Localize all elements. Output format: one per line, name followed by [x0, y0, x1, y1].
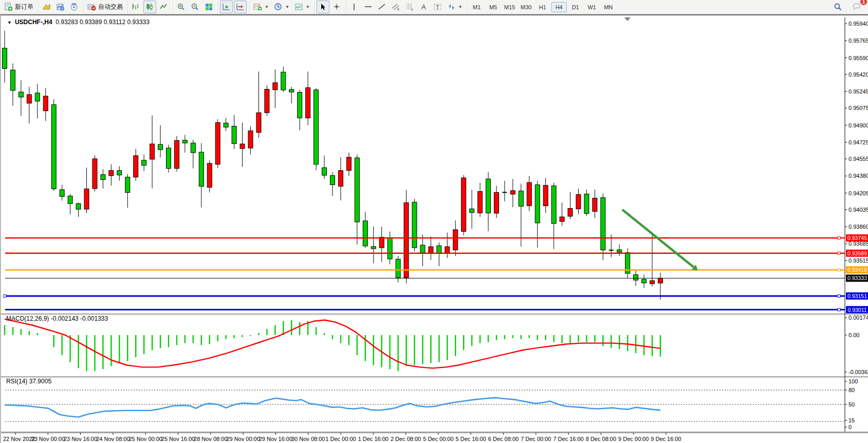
timeframe-button-h1[interactable]: H1: [535, 2, 550, 12]
cursor-button[interactable]: [317, 1, 329, 13]
crosshair-button[interactable]: [330, 1, 343, 13]
hline-anchor[interactable]: [838, 308, 840, 311]
profiles-icon: [42, 3, 51, 11]
candlestick-chart-button[interactable]: [143, 1, 156, 13]
timeframe-button-m5[interactable]: M5: [486, 2, 501, 12]
bear-candle: [330, 176, 335, 185]
hline-anchor[interactable]: [838, 269, 840, 271]
timeframe-button-h4[interactable]: H4: [551, 2, 567, 12]
price-axis[interactable]: 0.959400.957650.955900.954200.952450.950…: [845, 21, 868, 264]
dropdown-caret-icon[interactable]: ▼: [285, 5, 289, 9]
chat-icon: [853, 3, 861, 11]
bull-candle: [568, 208, 572, 216]
time-tick-label: 29 Nov 16:00: [259, 436, 292, 442]
hline-left-anchor[interactable]: [4, 294, 6, 297]
time-tick-label: 29 Nov 00:00: [226, 436, 260, 442]
periods-button[interactable]: ▼: [272, 1, 291, 13]
timeframe-button-d1[interactable]: D1: [568, 2, 583, 12]
text-button[interactable]: A: [417, 1, 430, 13]
auto-scroll-icon: [222, 3, 231, 11]
zoom-out-button[interactable]: [189, 1, 201, 13]
profiles-button[interactable]: [40, 1, 53, 13]
rsi-value: 37.9005: [29, 378, 51, 385]
bear-candle: [60, 190, 64, 196]
svg-text:T: T: [436, 4, 439, 10]
timeframe-button-m1[interactable]: M1: [469, 2, 485, 12]
line-chart-button[interactable]: [157, 1, 170, 13]
indicators-button[interactable]: ▼: [251, 1, 271, 13]
bull-candle: [306, 88, 310, 118]
auto-scroll-button[interactable]: [220, 1, 233, 13]
bull-candle: [84, 189, 89, 209]
vertical-line-button[interactable]: [348, 1, 361, 13]
chart-canvas[interactable]: 0.959400.957650.955900.954200.952450.950…: [1, 15, 868, 443]
bear-candle: [486, 179, 491, 213]
rsi-axis-label: 0: [848, 424, 852, 430]
bear-candle: [142, 160, 146, 165]
price-tick-label: 0.95590: [848, 55, 868, 61]
bull-candle: [658, 278, 663, 283]
new-order-button[interactable]: 新订单: [2, 1, 35, 13]
dropdown-caret-icon[interactable]: ▼: [265, 5, 269, 9]
chart-shift-button[interactable]: [234, 1, 247, 13]
bear-candle: [3, 48, 7, 69]
price-tick-label: 0.95420: [848, 71, 868, 78]
chart-window[interactable]: 0.959400.957650.955900.954200.952450.950…: [0, 14, 868, 443]
ohlc-close: 0.93333: [127, 19, 150, 26]
time-tick-label: 5 Dec 00:00: [423, 436, 453, 442]
hline-anchor[interactable]: [838, 294, 840, 297]
timeframe-button-m15[interactable]: M15: [502, 2, 518, 12]
templates-button[interactable]: ▼: [292, 1, 312, 13]
bar-chart-button[interactable]: [130, 1, 142, 13]
bear-candle: [617, 250, 622, 252]
time-tick-label: 23 Nov 00:00: [31, 436, 65, 442]
market-watch-icon: [56, 3, 65, 11]
horizontal-line-button[interactable]: [362, 1, 375, 13]
timeframe-button-m30[interactable]: M30: [519, 2, 534, 12]
search-button[interactable]: [832, 1, 844, 13]
candlestick-icon: [145, 3, 154, 11]
toolbar-right-icons: 1: [831, 0, 864, 14]
mt4-application-window: 新订单自动交易▼▼▼EFAT▼M1M5M15M30H1H4D1W1MN1 0.9…: [0, 0, 868, 443]
bear-candle: [182, 140, 187, 143]
zoom-out-icon: [191, 3, 199, 11]
shapes-button[interactable]: ▼: [445, 1, 465, 13]
bear-candle: [19, 92, 23, 97]
bull-candle: [134, 156, 138, 177]
bear-candle: [68, 196, 72, 204]
hline-anchor[interactable]: [838, 237, 840, 239]
hline-price-badge-text: 0.93333: [847, 275, 867, 281]
signals-button[interactable]: [68, 1, 81, 13]
fibonacci-icon: F: [405, 3, 414, 11]
bear-candle: [76, 204, 81, 209]
bull-candle: [215, 122, 220, 164]
macd-axis-label: 0.001748: [848, 315, 868, 321]
tile-windows-button[interactable]: [202, 1, 215, 13]
time-tick-label: 8 Dec 08:00: [586, 436, 616, 442]
timeframe-button-mn[interactable]: MN: [601, 2, 616, 12]
trendline-button[interactable]: [376, 1, 389, 13]
dropdown-caret-icon[interactable]: ▼: [306, 5, 310, 9]
label-button[interactable]: T: [431, 1, 444, 13]
market-watch-button[interactable]: [54, 1, 67, 13]
toolbar-group: 自动交易: [83, 0, 127, 14]
bull-candle: [248, 131, 253, 148]
new-order-icon: [4, 3, 13, 11]
chart-background[interactable]: [1, 15, 868, 443]
notifications-button[interactable]: 1: [851, 1, 863, 13]
dropdown-caret-icon[interactable]: ▼: [458, 5, 463, 9]
auto-trading-button[interactable]: 自动交易: [85, 1, 125, 13]
clock-icon: [274, 3, 283, 11]
bear-candle: [10, 70, 15, 90]
channel-button[interactable]: E: [390, 1, 402, 13]
hline-anchor[interactable]: [838, 252, 840, 254]
bear-candle: [363, 221, 367, 246]
one-click-collapse-icon[interactable]: ▼: [7, 20, 12, 25]
fibonacci-button[interactable]: F: [403, 1, 416, 13]
channel-icon: E: [392, 3, 400, 11]
bear-candle: [125, 177, 130, 193]
timeframe-button-w1[interactable]: W1: [584, 2, 600, 12]
bull-candle: [273, 83, 278, 90]
zoom-in-button[interactable]: [175, 1, 188, 13]
price-tick-label: 0.93515: [848, 257, 868, 264]
